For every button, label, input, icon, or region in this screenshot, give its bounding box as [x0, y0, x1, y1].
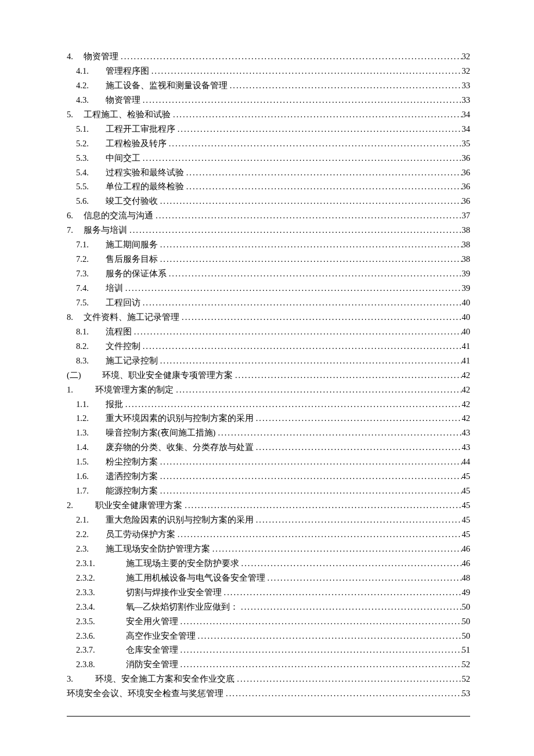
table-of-contents: 4.物资管理324.1.管理程序图324.2.施工设备、监视和测量设备管理334…	[67, 49, 470, 701]
toc-label: 1.1.报批	[76, 397, 123, 412]
toc-leader-dots	[215, 426, 461, 440]
toc-number: 5.2.	[76, 136, 103, 151]
toc-label: 5.1.工程开工审批程序	[76, 122, 175, 136]
toc-leader-dots	[158, 469, 462, 484]
toc-number: 4.2.	[76, 78, 103, 93]
toc-number: 7.2.	[76, 252, 103, 267]
toc-page-number: 50	[462, 600, 471, 614]
toc-title: 重大危险因素的识别与控制方案的采用	[106, 515, 254, 524]
toc-number: 2.3.8.	[76, 657, 123, 672]
toc-entry: 2.3.5.安全用火管理50	[67, 614, 470, 629]
toc-label: 2.3.1.施工现场主要的安全防护要求	[76, 556, 239, 571]
toc-label: 1.4.废弃物的分类、收集、分类存放与处置	[76, 440, 254, 455]
toc-label: 5.6.竣工交付验收	[76, 194, 158, 208]
toc-number: 7.5.	[76, 296, 103, 310]
toc-label: 1.5.粉尘控制方案	[76, 455, 158, 469]
toc-number: 2.3.1.	[76, 556, 123, 571]
toc-label: 4.2.施工设备、监视和测量设备管理	[76, 78, 228, 93]
toc-entry: 5.6.竣工交付验收36	[67, 194, 470, 208]
toc-entry: 5.3.中间交工36	[67, 151, 470, 165]
toc-page-number: 46	[462, 556, 471, 571]
toc-entry: 4.1.管理程序图32	[67, 64, 470, 78]
toc-number: 5.4.	[76, 165, 103, 180]
toc-leader-dots	[140, 93, 462, 107]
toc-leader-dots	[234, 672, 461, 686]
toc-label: 2.2.员工劳动保护方案	[76, 527, 175, 542]
toc-number: 4.	[67, 49, 84, 64]
toc-label: 1.7.能源控制方案	[76, 484, 158, 498]
toc-entry: 7.5.工程回访40	[67, 296, 470, 310]
toc-title: 废弃物的分类、收集、分类存放与处置	[106, 442, 254, 452]
toc-number: 1.1.	[76, 397, 103, 412]
toc-title: 重大环境因素的识别与控制方案的采用	[106, 413, 254, 423]
toc-entry: 8.2.文件控制41	[67, 339, 470, 354]
toc-label: 2.3.6.高空作业安全管理	[76, 629, 196, 643]
toc-title: 消防安全管理	[126, 660, 178, 669]
toc-leader-dots	[123, 281, 462, 296]
toc-page-number: 45	[462, 469, 471, 484]
toc-title: 施工记录控制	[106, 356, 158, 365]
toc-leader-dots	[222, 585, 462, 600]
toc-page-number: 39	[462, 281, 471, 296]
toc-number: 2.3.	[76, 542, 103, 556]
toc-entry: 2.3.1.施工现场主要的安全防护要求46	[67, 556, 470, 571]
toc-title: 施工设备、监视和测量设备管理	[106, 81, 228, 90]
toc-page-number: 38	[462, 252, 471, 267]
toc-page-number: 38	[462, 223, 471, 237]
toc-entry: 环境安全会议、环境安全检查与奖惩管理53	[67, 686, 470, 701]
toc-label: 8.1.流程图	[76, 325, 132, 339]
toc-label: 4.3.物资管理	[76, 93, 140, 107]
toc-label: 2.3.7.仓库安全管理	[76, 643, 178, 657]
toc-number: 2.3.7.	[76, 643, 123, 657]
toc-number: 8.1.	[76, 325, 103, 339]
toc-number: 2.3.4.	[76, 600, 123, 614]
toc-label: 2.3.8.消防安全管理	[76, 657, 178, 672]
toc-page-number: 33	[462, 78, 471, 93]
toc-entry: 8.3.施工记录控制41	[67, 354, 470, 368]
toc-page-number: 42	[462, 383, 471, 397]
toc-page-number: 52	[462, 657, 471, 672]
toc-page-number: 34	[462, 107, 471, 122]
toc-entry: 2.3.施工现场安全防护管理方案46	[67, 542, 470, 556]
toc-entry: 4.3.物资管理33	[67, 93, 470, 107]
toc-title: 售后服务目标	[106, 254, 158, 264]
toc-number: 4.3.	[76, 93, 103, 107]
toc-number: 7.	[67, 223, 84, 237]
toc-entry: 5.工程施工、检验和试验34	[67, 107, 470, 122]
toc-entry: 1.7.能源控制方案45	[67, 484, 470, 498]
toc-page-number: 36	[462, 151, 471, 165]
toc-leader-dots	[239, 600, 461, 614]
toc-page-number: 52	[462, 672, 471, 686]
toc-page-number: 51	[462, 643, 471, 657]
toc-number: 6.	[67, 208, 84, 223]
toc-entry: 1.3.噪音控制方案(夜间施工措施)43	[67, 426, 470, 440]
toc-label: 2.职业安全健康管理方案	[67, 498, 182, 513]
toc-title: 施工期间服务	[106, 240, 158, 249]
toc-title: 竣工交付验收	[106, 196, 158, 206]
toc-page-number: 45	[462, 513, 471, 527]
toc-number: 2.	[67, 498, 95, 513]
toc-number: 7.1.	[76, 237, 103, 252]
toc-number: 7.4.	[76, 281, 103, 296]
toc-entry: 7.3.服务的保证体系39	[67, 267, 470, 281]
toc-leader-dots	[167, 136, 462, 151]
toc-number: 4.1.	[76, 64, 103, 78]
toc-page-number: 48	[462, 571, 471, 585]
toc-entry: 1.4.废弃物的分类、收集、分类存放与处置43	[67, 440, 470, 455]
toc-leader-dots	[182, 498, 461, 513]
toc-entry: 2.3.4.氧—乙炔焰切割作业应做到：50	[67, 600, 470, 614]
toc-leader-dots	[167, 267, 462, 281]
toc-title: 切割与焊接作业安全管理	[126, 588, 222, 597]
toc-entry: 5.5.单位工程的最终检验36	[67, 179, 470, 194]
toc-number: 5.	[67, 107, 84, 122]
toc-label: 5.5.单位工程的最终检验	[76, 179, 184, 194]
toc-leader-dots	[140, 151, 462, 165]
toc-label: 2.3.4.氧—乙炔焰切割作业应做到：	[76, 600, 239, 614]
toc-label: 5.3.中间交工	[76, 151, 140, 165]
toc-title: 工程回访	[106, 298, 140, 307]
toc-title: 服务的保证体系	[106, 269, 167, 278]
toc-number: (二)	[67, 368, 102, 383]
toc-entry: 2.1.重大危险因素的识别与控制方案的采用45	[67, 513, 470, 527]
toc-title: 施工现场安全防护管理方案	[106, 544, 210, 553]
toc-page-number: 37	[462, 208, 471, 223]
